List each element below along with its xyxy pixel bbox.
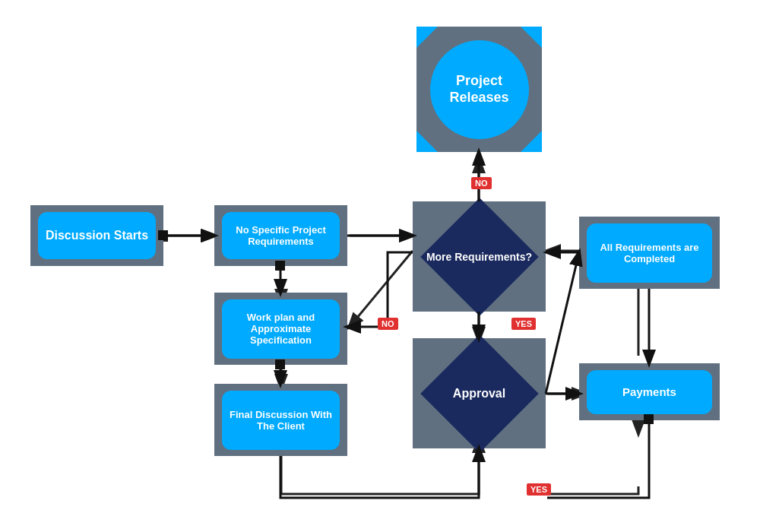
final-discussion-box: Final Discussion With The Client: [222, 391, 340, 450]
work-plan-container: Work plan and Approximate Specification: [214, 293, 347, 365]
svg-line-19: [546, 252, 579, 394]
more-requirements-diamond: More Requirements?: [423, 211, 537, 302]
all-requirements-label: All Requirements are Completed: [587, 242, 712, 264]
discussion-starts-box: Discussion Starts: [38, 212, 156, 259]
no-label-2: NO: [378, 318, 398, 330]
payments-container: Payments: [579, 363, 720, 420]
yes-label-1: YES: [511, 318, 536, 330]
project-releases-container: Project Releases: [416, 27, 542, 152]
all-requirements-box: All Requirements are Completed: [587, 223, 712, 283]
payments-box: Payments: [587, 370, 712, 414]
no-specific-container: No Specific Project Requirements: [214, 205, 347, 266]
discussion-starts-label: Discussion Starts: [46, 229, 148, 242]
more-requirements-label: More Requirements?: [426, 251, 532, 263]
work-plan-label: Work plan and Approximate Specification: [222, 312, 340, 346]
final-discussion-container: Final Discussion With The Client: [214, 384, 347, 456]
no-specific-label: No Specific Project Requirements: [222, 224, 340, 247]
discussion-starts-container: Discussion Starts: [30, 205, 163, 266]
approval-container: Approval: [413, 338, 546, 448]
approval-diamond: Approval: [423, 348, 537, 439]
no-label-1: NO: [471, 177, 492, 189]
payments-label: Payments: [622, 385, 676, 398]
final-discussion-label: Final Discussion With The Client: [222, 409, 340, 432]
project-releases-label: Project Releases: [430, 73, 529, 106]
more-requirements-container: More Requirements?: [413, 201, 546, 312]
no-specific-box: No Specific Project Requirements: [222, 212, 340, 259]
all-requirements-container: All Requirements are Completed: [579, 217, 720, 289]
work-plan-box: Work plan and Approximate Specification: [222, 299, 340, 359]
approval-label: Approval: [453, 387, 505, 401]
svg-line-4: [350, 251, 413, 327]
yes-label-2: YES: [527, 483, 551, 496]
project-releases-circle: Project Releases: [430, 40, 529, 139]
